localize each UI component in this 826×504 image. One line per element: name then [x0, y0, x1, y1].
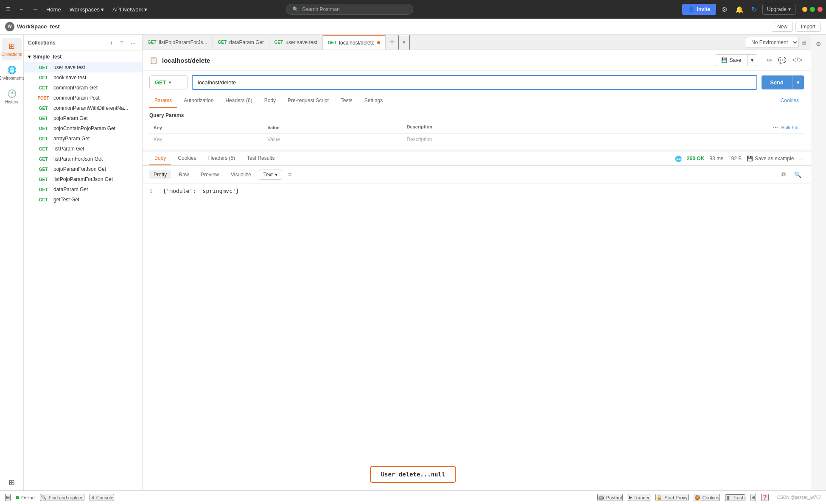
search-response-button[interactable]: 🔍 [792, 169, 804, 180]
add-tab-button[interactable]: + [386, 35, 399, 50]
environment-select[interactable]: No Environment [746, 37, 799, 48]
tab-settings[interactable]: Settings [359, 94, 388, 108]
workspaces-dropdown[interactable]: Workspaces ▾ [67, 5, 106, 14]
collection-list: ▾ Simple_test GET user save test GET boo… [24, 51, 142, 490]
tab-listpojo[interactable]: GET listPojoParamForJs... [143, 35, 213, 50]
sidebar-item-apis[interactable]: ⊞ [2, 474, 22, 490]
collection-group-header[interactable]: ▾ Simple_test [24, 51, 142, 62]
list-item[interactable]: GET user save test [24, 62, 142, 72]
send-dropdown-button[interactable]: ▾ [792, 75, 804, 89]
trash-button[interactable]: 🗑 Trash [725, 494, 745, 501]
find-replace-icon: 🔍 [41, 495, 47, 500]
back-button[interactable]: ← [17, 5, 27, 14]
invite-button[interactable]: 👤 Invite [682, 4, 716, 15]
forward-button[interactable]: → [30, 5, 40, 14]
code-icon-button[interactable]: </> [791, 55, 804, 66]
tab-usersave[interactable]: GET user save test [269, 35, 323, 50]
sidebar-item-environments[interactable]: 🌐 Environments [2, 62, 22, 84]
new-button[interactable]: New [772, 22, 793, 32]
list-item[interactable]: POST commonParam Post [24, 93, 142, 103]
bulk-edit-button[interactable]: Bulk Edit [781, 125, 800, 130]
list-item[interactable]: GET listParam Get [24, 144, 142, 154]
list-item[interactable]: GET book save test [24, 72, 142, 83]
search-bar[interactable]: 🔍 Search Postman [286, 4, 413, 15]
response-tab-cookies[interactable]: Cookies [173, 152, 201, 165]
list-item[interactable]: GET pojoParamForJson Get [24, 164, 142, 174]
copy-response-button[interactable]: ⧉ [779, 169, 788, 180]
close-button[interactable] [818, 7, 823, 12]
start-proxy-button[interactable]: 🔒 Start Proxy [655, 494, 688, 501]
tab-headers[interactable]: Headers (6) [220, 94, 257, 108]
save-dropdown-button[interactable]: ▾ [748, 54, 757, 66]
top-bar: ☰ ← → Home Workspaces ▾ API Network ▾ 🔍 … [0, 0, 826, 19]
filter-collection-button[interactable]: ≡ [118, 38, 126, 47]
cookies-statusbar-button[interactable]: 🍪 Cookies [694, 494, 720, 501]
find-replace-button[interactable]: 🔍 Find and replace [40, 494, 84, 501]
format-tab-visualize[interactable]: Visualize [227, 170, 255, 179]
tab-authorization[interactable]: Authorization [179, 94, 218, 108]
upgrade-button[interactable]: Upgrade ▾ [762, 4, 795, 15]
sidebar-item-history[interactable]: 🕐 History [2, 86, 22, 108]
sidebar-item-collections[interactable]: ⊞ Collections [2, 38, 22, 60]
response-more-options[interactable]: ··· [799, 155, 804, 162]
tabs-bar: GET listPojoParamForJs... GET dataParam … [143, 35, 811, 50]
tab-tests[interactable]: Tests [336, 94, 358, 108]
list-item[interactable]: GET commonParam Get [24, 83, 142, 93]
list-item[interactable]: GET listPojoParamForJson Get [24, 174, 142, 184]
api-network-dropdown[interactable]: API Network ▾ [110, 5, 150, 14]
key-cell[interactable]: Key [149, 134, 263, 145]
env-settings-button[interactable]: ⊞ [801, 39, 806, 46]
runner-button[interactable]: ▶ Runner [628, 494, 650, 501]
response-tab-body[interactable]: Body [149, 152, 171, 165]
console-button[interactable]: ⊡ Console [90, 494, 114, 501]
response-tab-test-results[interactable]: Test Results [242, 152, 280, 165]
save-example-button[interactable]: 💾 Save as example [747, 156, 794, 162]
minimize-button[interactable] [802, 7, 807, 12]
description-cell[interactable]: Description [402, 134, 804, 145]
value-cell[interactable]: Value [263, 134, 402, 145]
format-tab-raw[interactable]: Raw [174, 170, 193, 179]
maximize-button[interactable] [810, 7, 815, 12]
response-tab-headers[interactable]: Headers (5) [203, 152, 240, 165]
add-collection-button[interactable]: + [107, 38, 115, 47]
method-select[interactable]: GET ▾ [149, 75, 188, 89]
layout-button[interactable]: ⊞ [750, 494, 756, 501]
menu-button[interactable]: ☰ [3, 5, 13, 14]
save-button[interactable]: 💾 Save [715, 54, 748, 66]
send-button[interactable]: Send [762, 75, 792, 89]
settings-button[interactable]: ⚙ [720, 3, 730, 16]
sync-button[interactable]: ↻ [749, 3, 759, 16]
more-collections-button[interactable]: ··· [128, 38, 138, 47]
tab-dataparam[interactable]: GET dataParam Get [213, 35, 269, 50]
list-item[interactable]: GET dataParam Get [24, 184, 142, 195]
tab-list-button[interactable]: ▾ [398, 35, 410, 50]
list-item[interactable]: GET pojoParam Get [24, 113, 142, 123]
tab-localhost-delete[interactable]: GET localhost/delete [323, 35, 386, 50]
response-format-bar: Pretty Raw Preview Visualize Text ▾ ≡ ⧉ … [143, 166, 811, 184]
tab-body[interactable]: Body [259, 94, 281, 108]
home-link[interactable]: Home [44, 5, 64, 14]
list-item[interactable]: GET commonParamWithDifferentNa... [24, 103, 142, 113]
tab-params[interactable]: Params [149, 94, 177, 108]
postbot-button[interactable]: 🤖 Postbot [597, 494, 623, 501]
list-item[interactable]: GET pojoContainPojoParam Get [24, 123, 142, 134]
format-tab-preview[interactable]: Preview [196, 170, 223, 179]
cookies-link[interactable]: Cookies [776, 94, 804, 108]
help-button[interactable]: ❓ [761, 494, 769, 501]
panel-toggle-button[interactable]: ⊞ [5, 494, 11, 501]
list-item[interactable]: GET getTest Get [24, 195, 142, 205]
method-badge: GET [36, 177, 51, 182]
bell-button[interactable]: 🔔 [733, 3, 746, 16]
format-tab-pretty[interactable]: Pretty [149, 170, 171, 179]
wrap-lines-button[interactable]: ≡ [286, 170, 294, 180]
format-select[interactable]: Text ▾ [259, 170, 282, 180]
url-input[interactable] [192, 75, 757, 90]
list-item[interactable]: GET listParamForJson Get [24, 154, 142, 164]
import-button[interactable]: Import [795, 22, 821, 32]
list-item[interactable]: GET arrayParam Get [24, 134, 142, 144]
tab-pre-request-script[interactable]: Pre-request Script [283, 94, 334, 108]
params-more-options[interactable]: ··· [773, 124, 778, 131]
edit-icon-button[interactable]: ✏ [765, 55, 774, 66]
right-settings-button[interactable]: ⚙ [813, 38, 824, 50]
comment-icon-button[interactable]: 💬 [776, 55, 788, 66]
